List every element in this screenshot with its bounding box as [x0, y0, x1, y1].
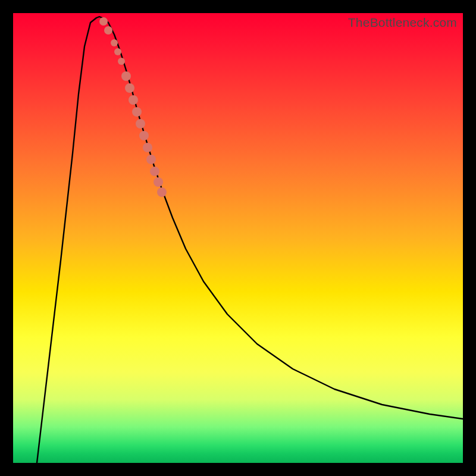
data-marker — [125, 83, 134, 93]
data-marker — [150, 167, 159, 176]
bottleneck-curve — [37, 17, 463, 463]
data-marker — [118, 58, 125, 65]
chart-svg — [13, 13, 463, 463]
data-marker — [114, 48, 121, 55]
data-marker — [136, 119, 145, 129]
watermark-text: TheBottleneck.com — [348, 15, 457, 30]
curve-path — [37, 17, 463, 463]
data-marker — [139, 131, 149, 140]
data-marker — [129, 95, 138, 105]
data-marker — [132, 107, 142, 117]
chart-frame: TheBottleneck.com — [0, 0, 476, 476]
data-marker — [121, 71, 131, 81]
data-marker — [104, 26, 112, 35]
data-marker — [146, 155, 156, 164]
data-marker — [157, 187, 167, 197]
data-marker — [99, 17, 108, 26]
data-marker — [154, 177, 163, 187]
data-marker — [111, 39, 118, 46]
plot-area: TheBottleneck.com — [13, 13, 463, 463]
marker-layer — [99, 17, 167, 197]
data-marker — [143, 143, 152, 152]
